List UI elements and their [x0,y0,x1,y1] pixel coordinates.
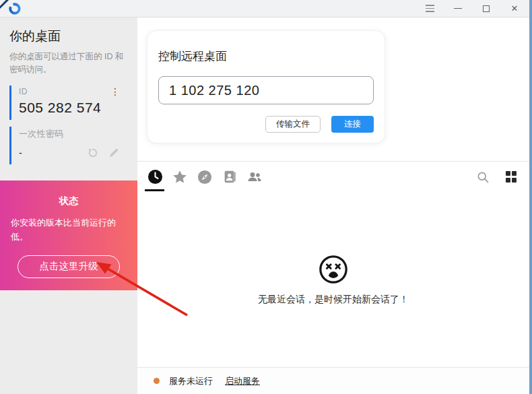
kebab-menu-icon[interactable]: ⋮ [110,87,120,96]
minimize-button[interactable] [453,3,463,14]
menu-hamburger-icon[interactable] [424,3,435,14]
close-button[interactable]: ✕ [509,3,520,14]
status-message: 你安装的版本比当前运行的低。 [11,216,127,244]
connect-card-zone: 控制远程桌面 传输文件 连接 [137,18,529,161]
empty-state-message: 无最近会话，是时候开始新会话了！ [258,294,409,306]
service-status-text: 服务未运行 [169,375,213,387]
address-book-icon [223,170,237,184]
tab-group[interactable] [246,169,263,185]
service-status-dot-icon [154,378,160,384]
start-service-link[interactable]: 启动服务 [225,375,260,387]
tab-recent-sessions[interactable] [147,169,163,185]
tab-favorites[interactable] [172,169,188,185]
sidebar-description: 你的桌面可以通过下面的 ID 和密码访问。 [0,45,135,76]
compass-icon [197,170,212,185]
dizzy-face-icon [318,254,349,285]
status-panel: 状态 你安装的版本比当前运行的低。 点击这里升级 [0,180,137,290]
search-icon[interactable] [476,170,490,184]
upgrade-button[interactable]: 点击这里升级 [18,255,120,278]
password-value[interactable]: - [19,147,87,158]
sidebar-title: 你的桌面 [0,18,137,45]
tabbar-right-tools [476,170,530,184]
app-window: ✕ 你的桌面 你的桌面可以通过下面的 ID 和密码访问。 ID ⋮ 505 28… [0,0,532,394]
session-tabbar [137,162,529,192]
card-title: 控制远程桌面 [158,48,374,64]
connect-button[interactable]: 连接 [331,116,374,133]
main-panel: 控制远程桌面 传输文件 连接 [137,18,529,394]
sidebar: 你的桌面 你的桌面可以通过下面的 ID 和密码访问。 ID ⋮ 505 282 … [0,18,137,394]
desktop-id-value[interactable]: 505 282 574 [19,100,128,116]
control-remote-desktop-card: 控制远程桌面 传输文件 连接 [147,30,385,143]
maximize-button[interactable] [481,3,492,14]
window-controls: ✕ [424,3,529,14]
group-icon [246,168,263,185]
recent-sessions-empty-area: 无最近会话，是时候开始新会话了！ [137,192,529,367]
one-time-password-section: 一次性密码 - [9,127,128,164]
edit-pencil-icon[interactable] [108,147,120,159]
tab-discovered[interactable] [197,169,213,185]
remote-id-input[interactable] [158,76,374,104]
status-title: 状态 [11,195,127,207]
password-label: 一次性密码 [19,128,128,140]
tab-address-book[interactable] [222,169,238,185]
grid-view-icon[interactable] [506,171,517,183]
clock-icon [147,169,163,185]
service-statusbar: 服务未运行 启动服务 [137,367,529,394]
transfer-file-button[interactable]: 传输文件 [265,116,321,133]
active-tab-underline [145,189,164,191]
titlebar: ✕ [0,0,529,18]
star-icon [172,168,188,186]
app-logo-icon [8,2,22,15]
id-section: ID ⋮ 505 282 574 [9,86,128,120]
refresh-icon[interactable] [87,147,99,159]
